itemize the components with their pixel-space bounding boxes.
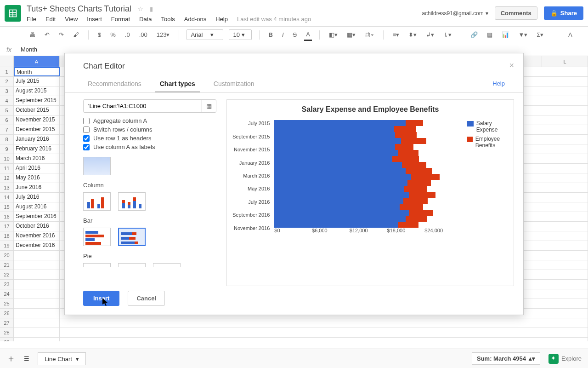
menu-addons[interactable]: Add-ons (184, 16, 206, 23)
share-button[interactable]: 🔒Share (544, 6, 583, 20)
row-header[interactable]: 4 (0, 96, 13, 106)
insert-button[interactable]: Insert (83, 291, 119, 306)
data-range-input[interactable] (84, 100, 201, 112)
row-header[interactable]: 26 (0, 309, 13, 318)
row-header[interactable]: 21 (0, 260, 13, 270)
chart-thumb-bar-stacked[interactable] (118, 228, 146, 246)
chart-thumb-pie-3[interactable] (153, 263, 181, 267)
row-header[interactable]: 19 (0, 241, 13, 251)
cell[interactable]: October 2016 (14, 222, 60, 231)
row-header[interactable]: 28 (0, 328, 13, 338)
row-header[interactable]: 14 (0, 193, 13, 202)
row-header[interactable]: 5 (0, 106, 13, 115)
cell[interactable]: July 2015 (14, 77, 60, 86)
star-icon[interactable]: ☆ (138, 6, 143, 12)
sheet-tab[interactable]: Line Chart ▾ (38, 352, 86, 365)
row-header[interactable]: 24 (0, 289, 13, 299)
cell[interactable] (14, 270, 60, 279)
all-sheets-icon[interactable]: ☰ (24, 355, 29, 362)
doc-title[interactable]: Tuts+ Sheets Charts Tutorial (27, 4, 131, 14)
menu-edit[interactable]: Edit (45, 16, 56, 23)
cell[interactable]: November 2015 (14, 115, 60, 125)
row-header[interactable]: 29 (0, 338, 13, 341)
chart-thumb-pie-2[interactable] (118, 263, 146, 267)
format-currency-icon[interactable]: $ (96, 29, 103, 40)
text-rotation-icon[interactable]: ⤹▾ (441, 29, 453, 40)
chart-thumb-column[interactable] (83, 192, 111, 211)
tab-customization[interactable]: Customization (209, 76, 259, 92)
cell[interactable]: November 2016 (14, 231, 60, 241)
menu-insert[interactable]: Insert (87, 16, 102, 23)
cell[interactable] (14, 328, 60, 337)
cell[interactable] (14, 251, 60, 260)
select-all-corner[interactable] (0, 56, 13, 67)
cell[interactable] (14, 280, 60, 289)
filter-icon[interactable]: ▼▾ (516, 29, 529, 40)
tab-recommendations[interactable]: Recommendations (83, 76, 146, 92)
text-wrap-icon[interactable]: ↲▾ (424, 29, 436, 40)
font-select[interactable]: Arial▾ (187, 29, 223, 40)
increase-decimal-icon[interactable]: .00 (137, 29, 149, 40)
vert-align-icon[interactable]: ⬍▾ (407, 29, 418, 40)
undo-icon[interactable]: ↶ (43, 29, 51, 40)
comment-icon[interactable]: ▤ (485, 29, 494, 40)
strike-icon[interactable]: S (291, 29, 299, 40)
row-header[interactable]: 22 (0, 270, 13, 280)
opt-colA-labels[interactable]: Use column A as labels (83, 144, 221, 150)
close-icon[interactable]: × (509, 61, 514, 70)
cell[interactable]: February 2016 (14, 144, 60, 154)
opt-aggregate[interactable]: Aggregate column A (83, 117, 221, 124)
borders-icon[interactable]: ▦▾ (345, 29, 357, 40)
horiz-align-icon[interactable]: ≡▾ (391, 29, 401, 40)
explore-button[interactable]: Explore (548, 354, 582, 364)
row-header[interactable]: 20 (0, 251, 13, 260)
menu-view[interactable]: View (65, 16, 78, 23)
row-header[interactable]: 10 (0, 154, 13, 164)
paint-format-icon[interactable]: 🖌 (71, 29, 81, 40)
format-percent-icon[interactable]: % (108, 29, 118, 40)
cell[interactable]: August 2016 (14, 202, 60, 212)
row-header[interactable]: 18 (0, 231, 13, 241)
cell[interactable]: June 2016 (14, 183, 60, 192)
cell[interactable] (14, 318, 60, 328)
row-header[interactable]: 11 (0, 164, 13, 173)
row-header[interactable]: 16 (0, 212, 13, 222)
cell[interactable]: Month (14, 67, 60, 76)
col-header-A[interactable]: A (14, 56, 60, 67)
menu-format[interactable]: Format (111, 16, 130, 23)
row-header[interactable]: 13 (0, 183, 13, 193)
chart-thumb-bar[interactable] (83, 228, 111, 246)
chart-icon[interactable]: 📊 (500, 29, 511, 40)
text-color-icon[interactable]: A (304, 29, 312, 41)
row-header[interactable]: 1 (0, 67, 13, 77)
fill-color-icon[interactable]: ◧▾ (327, 29, 339, 40)
row-header[interactable]: 9 (0, 144, 13, 154)
user-email[interactable]: achildress91@gmail.com ▾ (422, 10, 488, 17)
row-header[interactable]: 12 (0, 173, 13, 183)
decrease-decimal-icon[interactable]: .0 (123, 29, 132, 40)
number-format-icon[interactable]: 123▾ (155, 29, 172, 40)
cell[interactable] (14, 299, 60, 308)
merge-icon[interactable]: ⿻▾ (363, 29, 376, 40)
cell[interactable]: September 2015 (14, 96, 60, 105)
chart-thumb-pie-1[interactable] (83, 263, 111, 267)
chart-thumb-area[interactable] (83, 157, 111, 175)
font-size-select[interactable]: 10 ▾ (229, 29, 251, 40)
cancel-button[interactable]: Cancel (128, 291, 165, 306)
menu-data[interactable]: Data (139, 16, 152, 23)
chart-thumb-column-stacked[interactable] (118, 192, 146, 211)
select-range-icon[interactable]: ▦ (201, 100, 216, 112)
cell[interactable] (14, 309, 60, 318)
row-header[interactable]: 27 (0, 318, 13, 328)
cell[interactable]: October 2015 (14, 106, 60, 115)
cell[interactable]: March 2016 (14, 154, 60, 163)
col-header-L[interactable]: L (542, 56, 588, 67)
chevron-up-icon[interactable]: ᐱ (566, 29, 574, 40)
chevron-down-icon[interactable]: ▾ (76, 356, 79, 362)
row-header[interactable]: 3 (0, 86, 13, 96)
row-header[interactable]: 23 (0, 280, 13, 289)
link-icon[interactable]: 🔗 (469, 29, 480, 40)
row-header[interactable]: 8 (0, 135, 13, 144)
cell[interactable]: April 2016 (14, 164, 60, 173)
cell[interactable] (14, 260, 60, 270)
